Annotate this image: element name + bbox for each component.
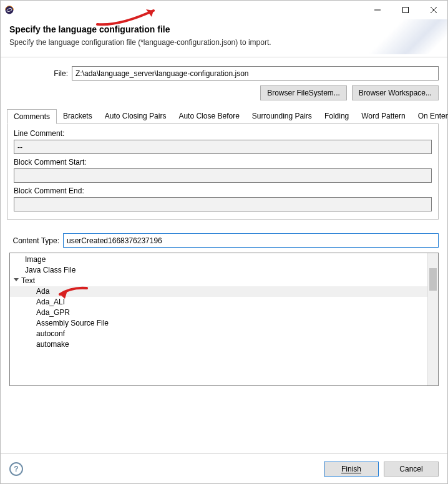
tab-folding[interactable]: Folding [318, 109, 355, 124]
dialog-window: Specify the language configuration file … [0, 0, 448, 484]
help-icon[interactable]: ? [9, 462, 23, 476]
maximize-button[interactable] [391, 1, 419, 19]
content-type-row: Content Type: [9, 233, 439, 248]
tree-item-ada[interactable]: Ada [10, 286, 427, 297]
tree-item-automake[interactable]: automake [10, 339, 427, 350]
content-type-input[interactable] [63, 233, 439, 248]
tab-surrounding-pairs[interactable]: Surrounding Pairs [246, 109, 318, 124]
tab-on-enter-rules[interactable]: On Enter Rules [412, 109, 448, 124]
tree-item-autoconf[interactable]: autoconf [10, 329, 427, 339]
browse-filesystem-button[interactable]: Browser FileSystem... [260, 85, 347, 100]
block-comment-start-label: Block Comment Start: [14, 158, 432, 167]
tab-folder: Comments Brackets Auto Closing Pairs Aut… [7, 109, 439, 220]
tree-body[interactable]: Image Java Class File Text Ada Ada_ALI A… [10, 253, 427, 385]
tab-comments[interactable]: Comments [7, 109, 57, 124]
tab-strip: Comments Brackets Auto Closing Pairs Aut… [7, 109, 439, 124]
chevron-down-icon[interactable] [12, 276, 20, 286]
block-comment-end-label: Block Comment End: [14, 186, 432, 195]
dialog-header: Specify the language configuration file … [1, 19, 447, 57]
block-comment-start-input[interactable] [14, 168, 432, 183]
titlebar [1, 1, 447, 19]
cancel-button[interactable]: Cancel [384, 462, 439, 477]
tab-auto-close-before[interactable]: Auto Close Before [172, 109, 245, 124]
tree-item-java-class-file[interactable]: Java Class File [10, 265, 427, 276]
content-type-tree: Image Java Class File Text Ada Ada_ALI A… [9, 253, 439, 386]
tree-item-assembly-source-file[interactable]: Assembly Source File [10, 318, 427, 329]
tree-scrollbar[interactable] [427, 253, 438, 385]
tab-auto-closing-pairs[interactable]: Auto Closing Pairs [99, 109, 173, 124]
header-decoration [360, 19, 447, 54]
tab-content-comments: Line Comment: Block Comment Start: Block… [7, 123, 439, 220]
finish-button[interactable]: Finish [324, 462, 379, 477]
close-button[interactable] [419, 1, 447, 19]
line-comment-input[interactable] [14, 140, 432, 154]
svg-rect-4 [402, 7, 408, 13]
file-row: File: [9, 66, 439, 80]
line-comment-label: Line Comment: [14, 129, 432, 138]
tab-word-pattern[interactable]: Word Pattern [355, 109, 411, 124]
tree-item-ada-gpr[interactable]: Ada_GPR [10, 307, 427, 318]
file-label: File: [9, 69, 72, 78]
file-input[interactable] [72, 66, 439, 80]
dialog-footer: ? Finish Cancel [1, 453, 447, 483]
eclipse-icon [4, 5, 14, 15]
browse-workspace-button[interactable]: Browser Workspace... [352, 85, 439, 100]
scrollbar-thumb[interactable] [429, 268, 437, 291]
dialog-body: File: Browser FileSystem... Browser Work… [1, 57, 447, 386]
tree-item-ada-ali[interactable]: Ada_ALI [10, 297, 427, 307]
tree-item-text[interactable]: Text [10, 276, 427, 286]
tree-item-image[interactable]: Image [10, 254, 427, 265]
browse-button-row: Browser FileSystem... Browser Workspace.… [9, 85, 439, 100]
block-comment-end-input[interactable] [14, 197, 432, 211]
minimize-button[interactable] [363, 1, 391, 19]
tab-brackets[interactable]: Brackets [57, 109, 99, 124]
content-type-label: Content Type: [9, 236, 63, 245]
